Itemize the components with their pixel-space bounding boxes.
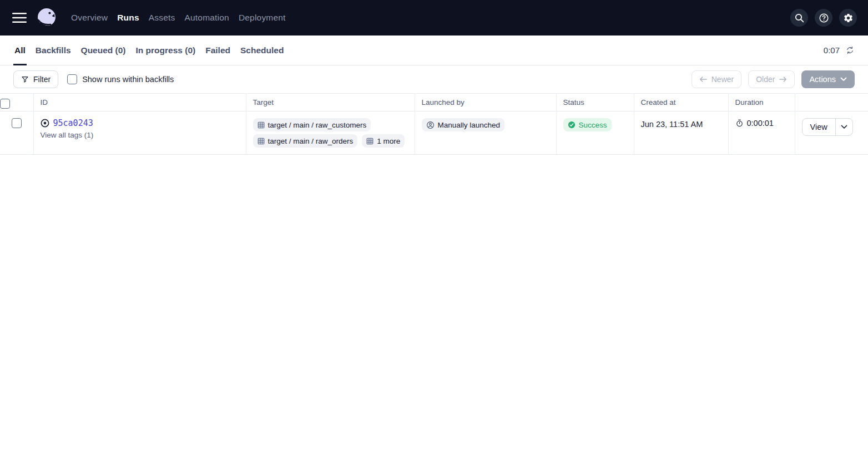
arrow-left-icon: [699, 76, 707, 83]
column-header-status: Status: [556, 94, 634, 111]
refresh-button[interactable]: [845, 45, 855, 55]
check-circle-icon: [568, 121, 576, 129]
dagster-logo-icon[interactable]: [36, 7, 58, 29]
view-dropdown-button[interactable]: [836, 119, 852, 135]
table-grid-icon: [258, 121, 265, 129]
tab-queued[interactable]: Queued (0): [81, 35, 126, 65]
help-button[interactable]: [815, 9, 832, 27]
nav-item-deployment[interactable]: Deployment: [239, 13, 286, 23]
view-button[interactable]: View: [803, 119, 836, 135]
runs-tabbar: All Backfills Queued (0) In progress (0)…: [0, 35, 868, 65]
target-chip-label: target / main / raw_orders: [268, 137, 354, 145]
runs-table: ID Target Launched by Status Created at …: [0, 93, 868, 155]
table-grid-icon: [258, 138, 265, 145]
filter-button-label: Filter: [33, 75, 51, 84]
duration-value: 0:00:01: [747, 119, 774, 128]
refresh-countdown: 0:07: [824, 45, 840, 55]
tab-failed[interactable]: Failed: [205, 35, 230, 65]
table-row: 95ca0243 View all tags (1) target / main…: [0, 111, 868, 155]
select-all-checkbox[interactable]: [0, 99, 10, 109]
newer-button-label: Newer: [711, 75, 734, 84]
primary-nav: Overview Runs Assets Automation Deployme…: [71, 13, 286, 23]
view-all-tags-link[interactable]: View all tags (1): [41, 131, 239, 139]
run-status-dot-icon: [41, 119, 49, 128]
filter-funnel-icon: [21, 75, 29, 83]
older-button-label: Older: [756, 75, 775, 84]
column-header-actions: [795, 94, 868, 111]
tab-backfills[interactable]: Backfills: [36, 35, 71, 65]
timer-icon: [735, 119, 744, 128]
show-backfills-toggle[interactable]: Show runs within backfills: [67, 74, 174, 84]
nav-item-assets[interactable]: Assets: [149, 13, 175, 23]
table-header-row: ID Target Launched by Status Created at …: [0, 94, 868, 111]
nav-item-automation[interactable]: Automation: [184, 13, 229, 23]
tab-all[interactable]: All: [14, 35, 26, 65]
table-grid-icon: [366, 138, 374, 145]
settings-button[interactable]: [839, 9, 857, 27]
tab-scheduled[interactable]: Scheduled: [240, 35, 284, 65]
launched-by-label: Manually launched: [438, 121, 501, 129]
show-backfills-label: Show runs within backfills: [82, 75, 174, 84]
chevron-down-icon: [840, 77, 847, 82]
actions-button[interactable]: Actions: [801, 70, 855, 88]
status-badge: Success: [563, 118, 612, 131]
column-header-created-at: Created at: [634, 94, 728, 111]
gear-icon: [843, 13, 854, 23]
target-chip[interactable]: target / main / raw_orders: [253, 134, 358, 148]
row-checkbox[interactable]: [12, 118, 22, 128]
filter-button[interactable]: Filter: [13, 70, 58, 88]
launched-by-chip[interactable]: Manually launched: [422, 118, 505, 131]
user-icon: [426, 121, 435, 129]
search-button[interactable]: [790, 9, 808, 27]
targets-more-chip[interactable]: 1 more: [362, 134, 405, 148]
search-icon: [795, 13, 804, 23]
hamburger-menu-icon[interactable]: [11, 9, 28, 26]
column-header-id: ID: [33, 94, 246, 111]
view-split-button: View: [802, 118, 853, 136]
target-chip[interactable]: target / main / raw_customers: [253, 118, 371, 131]
runs-toolbar: Filter Show runs within backfills Newer …: [0, 65, 868, 93]
top-nav: Overview Runs Assets Automation Deployme…: [0, 0, 868, 35]
status-label: Success: [579, 121, 607, 129]
arrow-right-icon: [779, 76, 787, 83]
newer-button[interactable]: Newer: [692, 70, 741, 88]
nav-item-runs[interactable]: Runs: [117, 13, 139, 23]
older-button[interactable]: Older: [748, 70, 795, 88]
target-chip-label: target / main / raw_customers: [268, 121, 367, 129]
help-icon: [819, 13, 829, 23]
run-id-link[interactable]: 95ca0243: [53, 118, 93, 128]
actions-button-label: Actions: [809, 75, 836, 84]
column-header-duration: Duration: [728, 94, 795, 111]
targets-more-label: 1 more: [377, 137, 400, 145]
refresh-icon: [845, 45, 855, 55]
column-header-launched-by: Launched by: [415, 94, 556, 111]
chevron-down-icon: [841, 125, 847, 129]
tab-in-progress[interactable]: In progress (0): [136, 35, 196, 65]
column-header-target: Target: [246, 94, 415, 111]
show-backfills-checkbox[interactable]: [67, 74, 77, 84]
nav-item-overview[interactable]: Overview: [71, 13, 108, 23]
created-at-value: Jun 23, 11:51 AM: [641, 118, 721, 129]
